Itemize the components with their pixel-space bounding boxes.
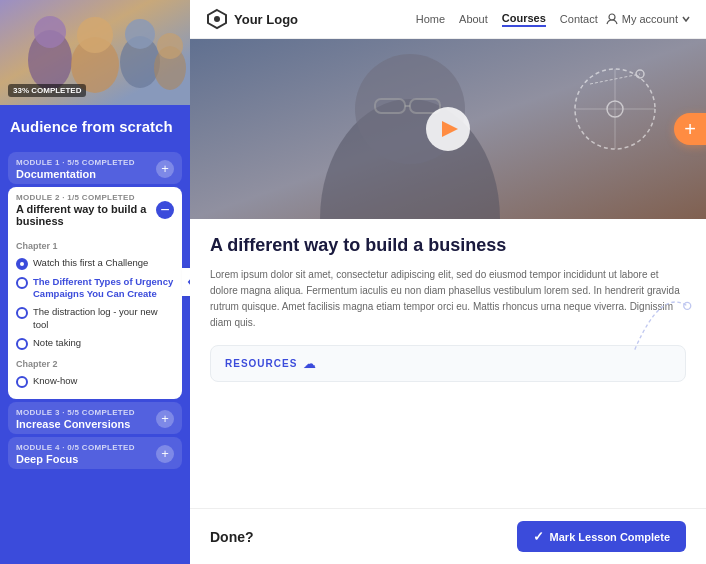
mark-complete-label: Mark Lesson Complete — [550, 531, 670, 543]
module-tag-4: Module 4 · 0/5 Completed — [16, 443, 135, 452]
module-header-left-3: Module 3 · 5/5 Completed Increase Conver… — [16, 408, 135, 430]
module-tag-2: Module 2 · 1/5 Completed — [16, 193, 156, 202]
done-bar: Done? ✓ Mark Lesson Complete — [190, 508, 706, 564]
svg-point-4 — [77, 17, 113, 53]
lesson-text-4: Note taking — [33, 337, 81, 349]
resources-header: RESOURCES ☁ — [225, 356, 671, 371]
module-item-2: Module 2 · 1/5 Completed A different way… — [8, 187, 182, 399]
play-button[interactable] — [426, 107, 470, 151]
module-name-3: Increase Conversions — [16, 418, 135, 430]
module-item-3: Module 3 · 5/5 Completed Increase Conver… — [8, 402, 182, 434]
module-collapse-btn-2[interactable]: − — [156, 201, 174, 219]
sidebar: 33% COMPLETED Audience from scratch Modu… — [0, 0, 190, 564]
progress-badge: 33% COMPLETED — [8, 84, 86, 97]
module-header-1[interactable]: Module 1 · 5/5 Completed Documentation + — [8, 152, 182, 184]
nav-contact[interactable]: Contact — [560, 13, 598, 25]
checkmark-icon: ✓ — [533, 529, 544, 544]
lesson-text-2: The Different Types of Urgency Campaigns… — [33, 276, 174, 301]
floating-add-button[interactable]: + — [674, 113, 706, 145]
video-area[interactable]: + — [190, 39, 706, 219]
chevron-left-icon — [187, 276, 190, 288]
lesson-dot-1 — [16, 258, 28, 270]
lesson-dot-inner-1 — [20, 262, 24, 266]
course-title: Audience from scratch — [10, 117, 180, 137]
lesson-item-3[interactable]: The distraction log - your new tool — [16, 303, 174, 334]
module-header-left-4: Module 4 · 0/5 Completed Deep Focus — [16, 443, 135, 465]
module-item-1: Module 1 · 5/5 Completed Documentation + — [8, 152, 182, 184]
module-tag-1: Module 1 · 5/5 Completed — [16, 158, 135, 167]
sidebar-modules: Module 1 · 5/5 Completed Documentation +… — [0, 145, 190, 565]
lesson-item-4[interactable]: Note taking — [16, 334, 174, 353]
nav-account[interactable]: My account — [606, 13, 690, 25]
module-header-4[interactable]: Module 4 · 0/5 Completed Deep Focus + — [8, 437, 182, 469]
module-item-4: Module 4 · 0/5 Completed Deep Focus + — [8, 437, 182, 469]
logo-icon — [206, 8, 228, 30]
module-expand-btn-4[interactable]: + — [156, 445, 174, 463]
play-icon — [442, 121, 458, 137]
nav-about[interactable]: About — [459, 13, 488, 25]
navbar-logo: Your Logo — [206, 8, 298, 30]
content-section: A different way to build a business Lore… — [190, 219, 706, 508]
module-name-1: Documentation — [16, 168, 135, 180]
navbar: Your Logo Home About Courses Contact My … — [190, 0, 706, 39]
sidebar-collapse-btn[interactable] — [182, 268, 190, 296]
lesson-item-1[interactable]: Watch this first a Challenge — [16, 254, 174, 273]
module-header-3[interactable]: Module 3 · 5/5 Completed Increase Conver… — [8, 402, 182, 434]
svg-point-6 — [125, 19, 155, 49]
account-label: My account — [622, 13, 678, 25]
lesson-dot-4 — [16, 338, 28, 350]
chevron-down-icon — [682, 16, 690, 22]
lesson-item-2[interactable]: The Different Types of Urgency Campaigns… — [16, 273, 174, 304]
user-icon — [606, 13, 618, 25]
logo-text: Your Logo — [234, 12, 298, 27]
sidebar-hero: 33% COMPLETED — [0, 0, 190, 105]
resources-section: RESOURCES ☁ — [210, 345, 686, 382]
lesson-dot-5 — [16, 376, 28, 388]
nav-links: Home About Courses Contact — [416, 12, 598, 27]
chapter-content-2: Chapter 1 Watch this first a Challenge T… — [8, 231, 182, 399]
sidebar-title-area: Audience from scratch — [0, 105, 190, 145]
lesson-text-3: The distraction log - your new tool — [33, 306, 174, 331]
mark-complete-button[interactable]: ✓ Mark Lesson Complete — [517, 521, 686, 552]
lesson-text-1: Watch this first a Challenge — [33, 257, 148, 269]
module-header-left-1: Module 1 · 5/5 Completed Documentation — [16, 158, 135, 180]
module-name-4: Deep Focus — [16, 453, 135, 465]
chapter-1-label: Chapter 1 — [16, 241, 174, 251]
lesson-dot-3 — [16, 307, 28, 319]
lesson-dot-2 — [16, 277, 28, 289]
module-expand-btn-1[interactable]: + — [156, 160, 174, 178]
content-body: Lorem ipsum dolor sit amet, consectetur … — [210, 267, 686, 331]
lesson-text-5: Know-how — [33, 375, 77, 387]
module-expand-btn-3[interactable]: + — [156, 410, 174, 428]
module-header-left-2: Module 2 · 1/5 Completed A different way… — [16, 193, 156, 227]
content-title: A different way to build a business — [210, 235, 686, 257]
module-tag-3: Module 3 · 5/5 Completed — [16, 408, 135, 417]
nav-home[interactable]: Home — [416, 13, 445, 25]
chapter-2-label: Chapter 2 — [16, 359, 174, 369]
module-name-2: A different way to build a business — [16, 203, 156, 227]
svg-point-10 — [214, 16, 220, 22]
main-content: Your Logo Home About Courses Contact My … — [190, 0, 706, 564]
lesson-item-5[interactable]: Know-how — [16, 372, 174, 391]
module-header-2[interactable]: Module 2 · 1/5 Completed A different way… — [8, 187, 182, 231]
svg-point-2 — [34, 16, 66, 48]
resources-label: RESOURCES — [225, 358, 297, 369]
svg-point-8 — [157, 33, 183, 59]
svg-point-11 — [609, 14, 615, 20]
nav-courses[interactable]: Courses — [502, 12, 546, 27]
done-label: Done? — [210, 529, 254, 545]
download-icon: ☁ — [303, 356, 316, 371]
